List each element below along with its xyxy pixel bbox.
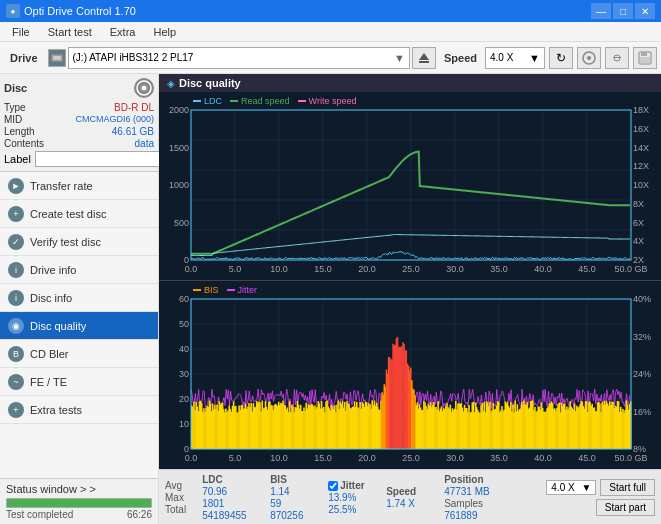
app-title: Opti Drive Control 1.70 xyxy=(24,5,136,17)
close-button[interactable]: ✕ xyxy=(635,3,655,19)
stats-speed-col: Speed 1.74 X xyxy=(386,486,436,509)
stats-max-ldc: 1801 xyxy=(202,498,262,509)
menubar: File Start test Extra Help xyxy=(0,22,661,42)
stats-avg-label: Avg xyxy=(165,480,186,491)
stats-total-bis: 870256 xyxy=(270,510,320,521)
disc-mid-value: CMCMAGDI6 (000) xyxy=(75,114,154,125)
verify-test-disc-icon: ✓ xyxy=(8,234,24,250)
eject-button[interactable] xyxy=(412,47,436,69)
status-window-button[interactable]: Status window > > xyxy=(6,483,152,495)
sidebar-item-extra-tests[interactable]: + Extra tests xyxy=(0,396,158,424)
stats-bis-header: BIS xyxy=(270,474,320,485)
stats-total-ldc: 54189455 xyxy=(202,510,262,521)
sidebar-label-cd-bler: CD Bler xyxy=(30,348,69,360)
sidebar-item-cd-bler[interactable]: B CD Bler xyxy=(0,340,158,368)
drive-select-value: (J:) ATAPI iHBS312 2 PL17 xyxy=(73,52,391,63)
menu-help[interactable]: Help xyxy=(145,24,184,40)
sidebar-label-fe-te: FE / TE xyxy=(30,376,67,388)
sidebar-item-drive-info[interactable]: i Drive info xyxy=(0,256,158,284)
stats-speed-header: Speed xyxy=(386,486,436,497)
settings-button[interactable] xyxy=(605,47,629,69)
stats-samples-value: 761889 xyxy=(444,510,494,521)
stats-position-col: Position 47731 MB Samples 761889 xyxy=(444,474,494,521)
stats-jitter-header: Jitter xyxy=(340,480,364,491)
stats-position-value: 47731 MB xyxy=(444,486,494,497)
disc-contents-value: data xyxy=(135,138,154,149)
disc-panel: Disc Type BD-R DL MID CMCMAGDI6 (000) Le… xyxy=(0,74,158,172)
sidebar-label-disc-quality: Disc quality xyxy=(30,320,86,332)
disc-label-input[interactable] xyxy=(35,151,164,167)
save-button[interactable] xyxy=(633,47,657,69)
chart-icon: ◈ xyxy=(167,78,175,89)
sidebar-label-verify-test-disc: Verify test disc xyxy=(30,236,101,248)
stats-max-label: Max xyxy=(165,492,186,503)
sidebar-item-verify-test-disc[interactable]: ✓ Verify test disc xyxy=(0,228,158,256)
disc-button[interactable] xyxy=(577,47,601,69)
svg-rect-1 xyxy=(53,56,61,60)
speed-value: 4.0 X xyxy=(490,52,529,63)
minimize-button[interactable]: — xyxy=(591,3,611,19)
stats-max-jitter: 25.5% xyxy=(328,504,378,515)
jitter-checkbox[interactable] xyxy=(328,481,338,491)
ldc-legend-dot xyxy=(193,100,201,102)
bis-legend-dot xyxy=(193,289,201,291)
status-time: 66:26 xyxy=(127,509,152,520)
menu-file[interactable]: File xyxy=(4,24,38,40)
sidebar: Disc Type BD-R DL MID CMCMAGDI6 (000) Le… xyxy=(0,74,159,524)
sidebar-label-transfer-rate: Transfer rate xyxy=(30,180,93,192)
drive-select-arrow: ▼ xyxy=(394,52,405,64)
sidebar-item-fe-te[interactable]: ~ FE / TE xyxy=(0,368,158,396)
svg-point-12 xyxy=(142,86,147,91)
sidebar-item-create-test-disc[interactable]: + Create test disc xyxy=(0,200,158,228)
upper-chart: LDC Read speed Write speed xyxy=(159,92,661,281)
svg-point-5 xyxy=(587,56,591,60)
svg-rect-10 xyxy=(640,57,650,63)
menu-start-test[interactable]: Start test xyxy=(40,24,100,40)
disc-type-value: BD-R DL xyxy=(114,102,154,113)
stats-bis-col: BIS 1.14 59 870256 xyxy=(270,474,320,521)
disc-quality-icon: ◉ xyxy=(8,318,24,334)
stats-total-label: Total xyxy=(165,504,186,515)
drive-label: Drive xyxy=(4,52,44,64)
start-full-button[interactable]: Start full xyxy=(600,479,655,496)
speed-select[interactable]: 4.0 X ▼ xyxy=(485,47,545,69)
read-speed-legend-label: Read speed xyxy=(241,96,290,106)
app-icon: ● xyxy=(6,4,20,18)
main-content: ◈ Disc quality LDC Read speed xyxy=(159,74,661,524)
status-progress-bar xyxy=(6,498,152,508)
sidebar-item-disc-info[interactable]: i Disc info xyxy=(0,284,158,312)
refresh-button[interactable]: ↻ xyxy=(549,47,573,69)
stats-position-header: Position xyxy=(444,474,494,485)
stats-speed-value: 1.74 X xyxy=(386,498,436,509)
speed-label: Speed xyxy=(440,52,481,64)
disc-info-icon: i xyxy=(8,290,24,306)
sidebar-label-extra-tests: Extra tests xyxy=(30,404,82,416)
disc-length-value: 46.61 GB xyxy=(112,126,154,137)
jitter-legend-label: Jitter xyxy=(238,285,258,295)
disc-mid-label: MID xyxy=(4,114,22,125)
ldc-legend-label: LDC xyxy=(204,96,222,106)
stats-jitter-col: Jitter 13.9% 25.5% xyxy=(328,480,378,515)
svg-rect-3 xyxy=(419,61,429,63)
speed-dropdown[interactable]: 4.0 X ▼ xyxy=(546,480,596,495)
start-part-button[interactable]: Start part xyxy=(596,499,655,516)
disc-label-label: Label xyxy=(4,153,31,165)
sidebar-item-disc-quality[interactable]: ◉ Disc quality xyxy=(0,312,158,340)
svg-rect-7 xyxy=(613,57,621,58)
stats-samples-label: Samples xyxy=(444,498,494,509)
stats-ldc-col: LDC 70.96 1801 54189455 xyxy=(202,474,262,521)
sidebar-item-transfer-rate[interactable]: ► Transfer rate xyxy=(0,172,158,200)
stats-ldc-header: LDC xyxy=(202,474,262,485)
drive-select[interactable]: (J:) ATAPI iHBS312 2 PL17 ▼ xyxy=(68,47,410,69)
menu-extra[interactable]: Extra xyxy=(102,24,144,40)
stats-max-bis: 59 xyxy=(270,498,320,509)
write-speed-legend-label: Write speed xyxy=(309,96,357,106)
sidebar-menu: ► Transfer rate + Create test disc ✓ Ver… xyxy=(0,172,158,478)
sidebar-label-disc-info: Disc info xyxy=(30,292,72,304)
transfer-rate-icon: ► xyxy=(8,178,24,194)
status-bar: Status window > > Test completed 66:26 xyxy=(0,478,158,524)
disc-contents-label: Contents xyxy=(4,138,44,149)
lower-chart: BIS Jitter xyxy=(159,281,661,469)
upper-legend: LDC Read speed Write speed xyxy=(189,94,360,108)
maximize-button[interactable]: □ xyxy=(613,3,633,19)
